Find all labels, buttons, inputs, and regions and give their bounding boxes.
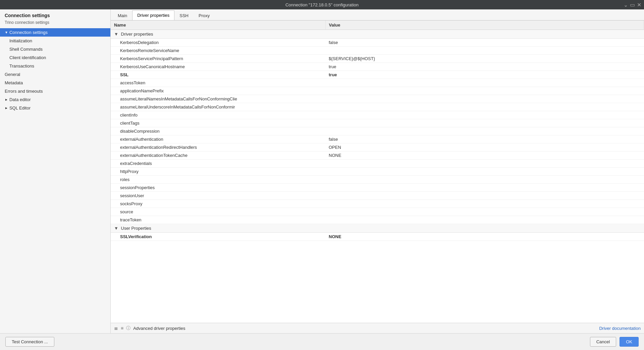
sidebar-item-client-identification[interactable]: Client identification (0, 53, 110, 62)
table-row[interactable]: clientTags (111, 119, 644, 127)
table-row[interactable]: KerberosDelegationfalse (111, 39, 644, 47)
main-layout: Connection settings Trino connection set… (0, 9, 644, 333)
sidebar-item-sql-editor[interactable]: ► SQL Editor (0, 104, 110, 112)
table-row[interactable]: assumeLiteralNamesInMetadataCallsForNonC… (111, 95, 644, 103)
property-value: false (325, 39, 644, 47)
advanced-driver-properties-label[interactable]: Advanced driver properties (133, 326, 185, 331)
close-icon[interactable]: ✕ (637, 2, 641, 8)
property-value (325, 103, 644, 111)
table-row[interactable]: sessionProperties (111, 184, 644, 192)
property-name: externalAuthenticationTokenCache (111, 151, 325, 160)
tab-proxy[interactable]: Proxy (194, 11, 215, 20)
col-header-value: Value (325, 20, 644, 30)
table-row[interactable]: externalAuthenticationTokenCacheNONE (111, 151, 644, 160)
property-name: disableCompression (111, 127, 325, 135)
properties-table-container: Name Value ▼ Driver properties KerberosD… (111, 20, 644, 323)
property-name: clientInfo (111, 111, 325, 119)
property-name: assumeLiteralUnderscoreInMetadataCallsFo… (111, 103, 325, 111)
test-connection-button[interactable]: Test Connection ... (5, 337, 54, 347)
sidebar-item-label: Data editor (9, 97, 31, 102)
table-row[interactable]: KerberosRemoteServiceName (111, 47, 644, 55)
table-row[interactable]: clientInfo (111, 111, 644, 119)
property-name: SSLVerification (111, 233, 325, 241)
property-name: clientTags (111, 119, 325, 127)
tab-driver-properties[interactable]: Driver properties (132, 10, 174, 20)
sidebar-item-label: General (5, 72, 20, 77)
table-row[interactable]: accessToken (111, 79, 644, 87)
property-value: NONE (325, 151, 644, 160)
table-row[interactable]: traceToken (111, 216, 644, 224)
table-row[interactable]: assumeLiteralUnderscoreInMetadataCallsFo… (111, 103, 644, 111)
sidebar-item-label: SQL Editor (9, 105, 31, 111)
collapse-icon: ▼ (114, 226, 118, 231)
table-row[interactable]: SSLVerificationNONE (111, 233, 644, 241)
content-area: Main Driver properties SSH Proxy Name Va… (111, 9, 644, 333)
collapse-icon: ▼ (114, 32, 118, 37)
sidebar-item-transactions[interactable]: Transactions (0, 62, 110, 70)
table-row[interactable]: roles (111, 176, 644, 184)
table-row[interactable]: httpProxy (111, 168, 644, 176)
sidebar-item-label: Metadata (5, 80, 23, 85)
table-row[interactable]: applicationNamePrefix (111, 87, 644, 95)
info-icon: ⓘ (126, 325, 130, 331)
filter-icon[interactable]: ≣ (114, 325, 118, 331)
window-controls: ⌄ ▭ ✕ (624, 2, 641, 8)
property-value (325, 111, 644, 119)
table-row[interactable]: KerberosServicePrincipalPattern${SERVICE… (111, 55, 644, 63)
table-row[interactable]: KerberosUseCanonicalHostnametrue (111, 63, 644, 71)
minimize-icon[interactable]: ⌄ (624, 2, 628, 8)
table-footer: ≣ ≡ ⓘ Advanced driver properties Driver … (111, 323, 644, 333)
tab-main[interactable]: Main (113, 11, 132, 20)
col-header-name: Name (111, 20, 325, 30)
table-row[interactable]: extraCredentials (111, 160, 644, 168)
table-row[interactable]: sessionUser (111, 192, 644, 200)
section-user-properties[interactable]: ▼ User Properties (111, 224, 644, 233)
property-value: ${SERVICE}@${HOST} (325, 55, 644, 63)
property-name: KerberosRemoteServiceName (111, 47, 325, 55)
cancel-button[interactable]: Cancel (590, 337, 616, 347)
property-value (325, 79, 644, 87)
sidebar-item-connection-settings[interactable]: ▼ Connection settings (0, 28, 110, 37)
table-row[interactable]: disableCompression (111, 127, 644, 135)
property-name: externalAuthentication (111, 135, 325, 143)
table-row[interactable]: externalAuthenticationRedirectHandlersOP… (111, 143, 644, 151)
list-icon[interactable]: ≡ (121, 325, 123, 331)
chevron-right-icon: ► (5, 98, 8, 101)
sidebar-item-label: Initialization (9, 38, 32, 43)
sidebar-item-metadata[interactable]: Metadata (0, 79, 110, 87)
sidebar-item-data-editor[interactable]: ► Data editor (0, 95, 110, 104)
tab-ssh[interactable]: SSH (174, 11, 194, 20)
table-row[interactable]: socksProxy (111, 200, 644, 208)
property-name: KerberosDelegation (111, 39, 325, 47)
window-title: Connection "172.18.0.5" configuration (285, 2, 359, 7)
property-value (325, 95, 644, 103)
table-row[interactable]: source (111, 208, 644, 216)
property-name: source (111, 208, 325, 216)
property-value: true (325, 71, 644, 79)
maximize-icon[interactable]: ▭ (630, 2, 635, 8)
sidebar-item-errors-and-timeouts[interactable]: Errors and timeouts (0, 87, 110, 95)
property-value (325, 168, 644, 176)
property-value (325, 47, 644, 55)
property-value (325, 216, 644, 224)
table-row[interactable]: SSLtrue (111, 71, 644, 79)
property-value (325, 192, 644, 200)
property-value: OPEN (325, 143, 644, 151)
property-name: httpProxy (111, 168, 325, 176)
driver-documentation-link[interactable]: Driver documentation (599, 326, 641, 331)
property-name: sessionUser (111, 192, 325, 200)
ok-button[interactable]: OK (620, 337, 639, 347)
sidebar-item-shell-commands[interactable]: Shell Commands (0, 45, 110, 53)
property-name: extraCredentials (111, 160, 325, 168)
property-value: NONE (325, 233, 644, 241)
sidebar-item-label: Shell Commands (9, 47, 43, 52)
property-value (325, 127, 644, 135)
sidebar-item-label: Connection settings (9, 30, 48, 35)
property-value (325, 160, 644, 168)
sidebar-item-initialization[interactable]: Initialization (0, 37, 110, 45)
table-row[interactable]: externalAuthenticationfalse (111, 135, 644, 143)
section-driver-properties[interactable]: ▼ Driver properties (111, 30, 644, 39)
sidebar-item-general[interactable]: General (0, 70, 110, 79)
bottom-right-buttons: Cancel OK (590, 337, 639, 347)
property-value: false (325, 135, 644, 143)
